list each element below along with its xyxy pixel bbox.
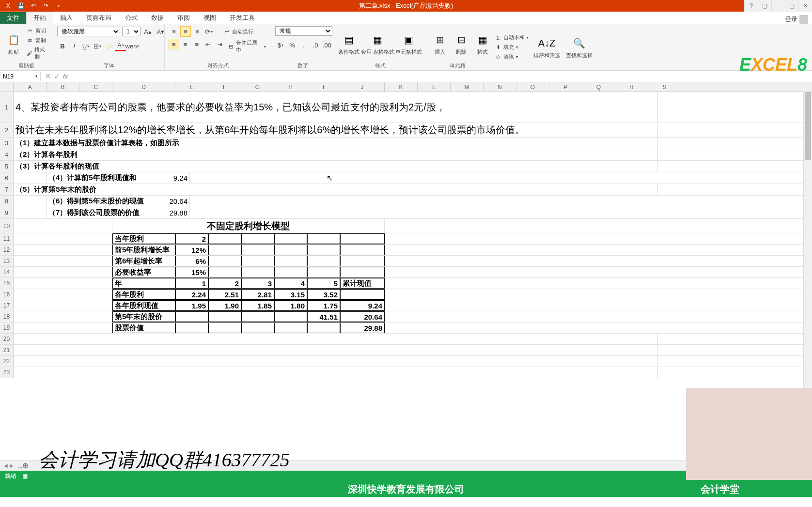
tab-review[interactable]: 审阅 bbox=[171, 12, 197, 24]
cell[interactable]: （2）计算各年股利 bbox=[14, 149, 658, 160]
row-header[interactable]: 21 bbox=[0, 345, 14, 355]
cell[interactable]: 20.64 bbox=[127, 196, 190, 207]
row-header[interactable]: 10 bbox=[0, 219, 14, 233]
row-header[interactable]: 22 bbox=[0, 356, 14, 367]
cell[interactable]: 29.88 bbox=[340, 323, 385, 333]
tab-developer[interactable]: 开发工具 bbox=[223, 12, 262, 24]
tab-data[interactable]: 数据 bbox=[144, 12, 171, 24]
row-header[interactable]: 2 bbox=[0, 123, 14, 137]
cell[interactable]: 1.85 bbox=[241, 300, 274, 311]
cell[interactable] bbox=[307, 245, 340, 255]
conditional-format-button[interactable]: ▤条件格式 bbox=[338, 31, 360, 57]
cell[interactable]: 前5年股利增长率 bbox=[112, 245, 175, 255]
comma-button[interactable]: , bbox=[298, 40, 309, 50]
currency-button[interactable]: $▾ bbox=[275, 40, 286, 50]
cell[interactable]: 第5年末的股价 bbox=[112, 311, 175, 322]
dec-decimal-button[interactable]: .00 bbox=[322, 40, 332, 50]
help-button[interactable]: ? bbox=[744, 0, 758, 12]
format-painter-button[interactable]: 🖌格式刷 bbox=[25, 46, 49, 61]
cell[interactable] bbox=[241, 311, 274, 322]
cell[interactable] bbox=[274, 267, 307, 277]
tab-home[interactable]: 开始 bbox=[26, 12, 53, 24]
cell[interactable] bbox=[340, 289, 385, 300]
cell[interactable]: 1.95 bbox=[175, 300, 208, 311]
cell[interactable]: 20.64 bbox=[340, 311, 385, 322]
cell[interactable]: 1.75 bbox=[307, 300, 340, 311]
cell[interactable] bbox=[175, 311, 208, 322]
cell[interactable]: 6% bbox=[175, 256, 208, 266]
col-header[interactable]: F bbox=[208, 82, 241, 92]
number-format-select[interactable]: 常规 bbox=[275, 26, 332, 36]
insert-cells-button[interactable]: ⊞插入 bbox=[430, 31, 450, 57]
save-icon[interactable]: 💾 bbox=[16, 1, 25, 10]
cell[interactable] bbox=[14, 356, 658, 367]
italic-button[interactable]: I bbox=[69, 41, 79, 51]
cell[interactable]: 29.88 bbox=[127, 207, 190, 218]
close-button[interactable]: ✕ bbox=[798, 0, 812, 12]
cell[interactable]: （5）计算第5年末的股价 bbox=[14, 184, 658, 195]
login-link[interactable]: 登录 bbox=[785, 15, 812, 24]
cell[interactable] bbox=[175, 323, 208, 333]
align-top-button[interactable]: ≡ bbox=[169, 26, 179, 37]
maximize-button[interactable]: ▢ bbox=[785, 0, 798, 12]
cell[interactable]: 预计在未来5年股利将以12%的增长率增长，从第6年开始每年股利将以6%的增长率增… bbox=[14, 123, 658, 137]
cell[interactable] bbox=[14, 345, 658, 355]
phonetic-button[interactable]: wen▾ bbox=[127, 41, 138, 51]
cell[interactable] bbox=[307, 267, 340, 277]
col-header[interactable]: A bbox=[14, 82, 47, 92]
cell[interactable] bbox=[307, 323, 340, 333]
cell[interactable]: 2.81 bbox=[241, 289, 274, 300]
fill-color-button[interactable]: ◇▾ bbox=[104, 41, 114, 51]
col-header[interactable]: S bbox=[648, 82, 681, 92]
cell[interactable] bbox=[14, 323, 112, 333]
tab-file[interactable]: 文件 bbox=[0, 12, 26, 24]
cell[interactable] bbox=[208, 323, 241, 333]
col-header[interactable]: H bbox=[274, 82, 307, 92]
percent-button[interactable]: % bbox=[287, 40, 297, 50]
row-header[interactable]: 16 bbox=[0, 289, 14, 300]
tab-formulas[interactable]: 公式 bbox=[118, 12, 144, 24]
fx-icon[interactable]: fx bbox=[63, 73, 68, 80]
cell[interactable]: 当年股利 bbox=[112, 233, 175, 244]
copy-button[interactable]: ⧉复制 bbox=[25, 36, 49, 45]
row-header[interactable]: 5 bbox=[0, 161, 14, 172]
col-header[interactable]: I bbox=[307, 82, 340, 92]
cell[interactable]: 2.51 bbox=[208, 289, 241, 300]
cell[interactable] bbox=[14, 278, 112, 289]
cell[interactable] bbox=[208, 311, 241, 322]
cell[interactable] bbox=[274, 233, 307, 244]
cell[interactable] bbox=[274, 245, 307, 255]
cell[interactable] bbox=[14, 300, 112, 311]
new-icon[interactable]: ▫ bbox=[54, 1, 63, 10]
sheet-nav-next[interactable]: ▶ bbox=[10, 463, 14, 468]
align-middle-button[interactable]: ≡ bbox=[180, 26, 191, 37]
row-header[interactable]: 6 bbox=[0, 172, 14, 184]
cell[interactable]: 2 bbox=[208, 278, 241, 289]
clear-button[interactable]: ◇清除▾ bbox=[493, 53, 530, 61]
col-header[interactable]: D bbox=[112, 82, 175, 92]
col-header[interactable]: P bbox=[549, 82, 582, 92]
inc-decimal-button[interactable]: .0 bbox=[310, 40, 321, 50]
cell[interactable] bbox=[208, 256, 241, 266]
cell[interactable]: 41.51 bbox=[307, 311, 340, 322]
find-select-button[interactable]: 🔍查找和选择 bbox=[564, 34, 594, 60]
cell[interactable] bbox=[241, 323, 274, 333]
name-box[interactable]: N19▾ bbox=[0, 72, 41, 81]
table-format-button[interactable]: ▦套用 表格格式 bbox=[362, 31, 394, 57]
cell[interactable]: （4）计算前5年股利现值和 bbox=[47, 172, 127, 184]
redo-icon[interactable]: ↷ bbox=[42, 1, 50, 10]
cell[interactable] bbox=[14, 256, 112, 266]
cell[interactable] bbox=[14, 172, 47, 184]
cell[interactable]: 1 bbox=[175, 278, 208, 289]
cell[interactable]: 不固定股利增长模型 bbox=[112, 219, 385, 233]
cell[interactable] bbox=[14, 289, 112, 300]
cell[interactable]: 必要收益率 bbox=[112, 267, 175, 277]
col-header[interactable]: C bbox=[79, 82, 112, 92]
cell[interactable] bbox=[14, 367, 658, 378]
indent-inc-button[interactable]: ⇥ bbox=[215, 39, 225, 49]
tab-insert[interactable]: 插入 bbox=[53, 12, 79, 24]
cell[interactable] bbox=[274, 256, 307, 266]
cell[interactable]: 各年股利 bbox=[112, 289, 175, 300]
font-color-button[interactable]: A▾ bbox=[115, 41, 126, 51]
col-header[interactable]: Q bbox=[582, 82, 615, 92]
